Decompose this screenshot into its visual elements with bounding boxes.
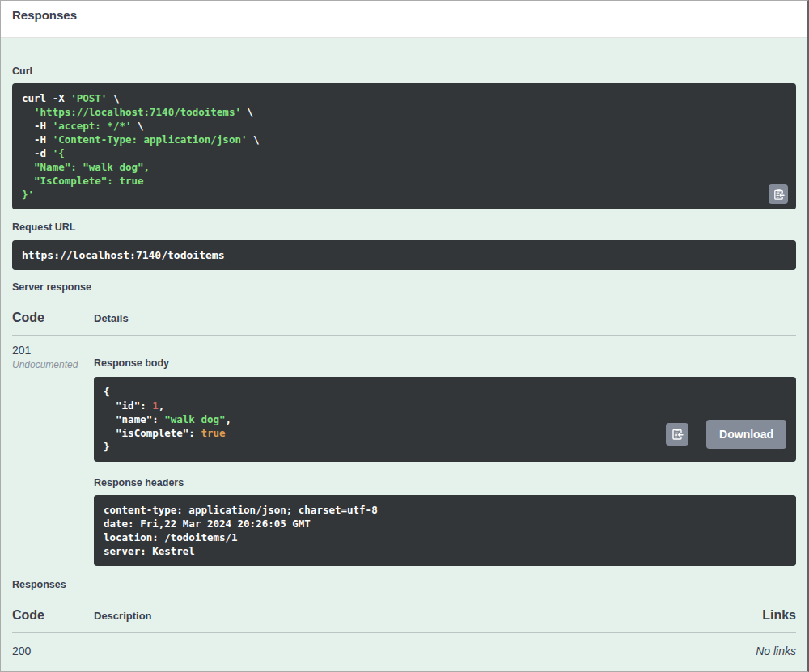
doc-status-code: 200 <box>12 645 94 657</box>
divider <box>12 632 796 633</box>
divider <box>12 335 796 336</box>
code-column-header: Code <box>12 608 94 623</box>
code-column-header: Code <box>12 311 94 325</box>
server-response-row: 201 Undocumented Response body { "id": 1… <box>12 344 796 566</box>
server-response-table-header: Code Details <box>12 311 796 325</box>
panel-title: Responses <box>12 8 796 22</box>
request-url-value: https://localhost:7140/todoitems <box>12 240 796 270</box>
details-column-header: Details <box>94 311 796 324</box>
panel-body: Curl curl -X 'POST' \ 'https://localhost… <box>1 66 807 657</box>
curl-code-block: curl -X 'POST' \ 'https://localhost:7140… <box>12 83 796 209</box>
links-column-header: Links <box>762 608 796 623</box>
response-headers-block: content-type: application/json; charset=… <box>94 495 796 566</box>
doc-links: No links <box>756 645 796 657</box>
responses-doc-label: Responses <box>12 579 796 590</box>
clipboard-copy-icon <box>671 428 684 441</box>
status-code-cell: 201 Undocumented <box>12 344 94 566</box>
status-code: 201 <box>12 344 94 357</box>
response-body-actions: Download <box>666 420 786 449</box>
description-column-header: Description <box>94 608 762 622</box>
details-cell: Response body { "id": 1, "name": "walk d… <box>94 344 796 566</box>
responses-table-header: Code Description Links <box>12 608 796 623</box>
response-body-label: Response body <box>94 357 796 369</box>
response-headers-label: Response headers <box>94 477 796 488</box>
download-button[interactable]: Download <box>706 420 786 449</box>
response-doc-row: 200 No links <box>12 645 796 657</box>
server-response-label: Server response <box>12 281 796 293</box>
copy-curl-button[interactable] <box>769 184 788 204</box>
request-url-label: Request URL <box>12 222 796 233</box>
clipboard-copy-icon <box>773 188 785 201</box>
responses-panel: Responses Curl curl -X 'POST' \ 'https:/… <box>0 0 809 672</box>
status-code-note: Undocumented <box>12 359 94 370</box>
copy-response-body-button[interactable] <box>666 423 688 446</box>
curl-label: Curl <box>12 66 796 77</box>
panel-header: Responses <box>1 1 807 38</box>
